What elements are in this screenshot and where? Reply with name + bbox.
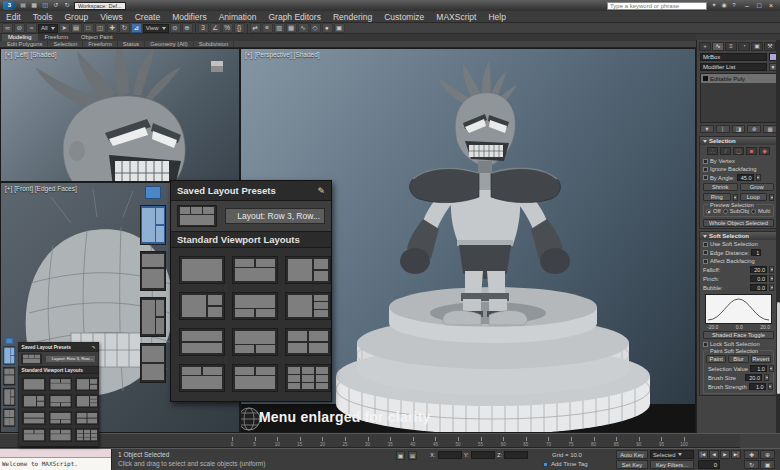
menu-help[interactable]: Help <box>482 11 511 23</box>
layout-thumbnail-one-top-two-bottom[interactable] <box>49 412 72 425</box>
layout-thumbnail-one-left-two-right[interactable] <box>76 378 99 391</box>
auto-key-button[interactable]: Auto Key <box>616 450 648 459</box>
infocenter-search-input[interactable] <box>607 2 707 10</box>
go-to-start-button[interactable]: |◀ <box>698 450 708 459</box>
object-name-field[interactable]: MrBox <box>700 53 767 61</box>
workspace-dropdown[interactable]: Workspace: Def... <box>74 2 126 10</box>
loop-spinner[interactable] <box>769 194 774 201</box>
layout-thumbnail-grid9[interactable] <box>76 428 99 441</box>
angle-value-field[interactable]: 45.0 <box>737 174 754 181</box>
x-coordinate-field[interactable] <box>438 451 462 459</box>
layout-thumbnail-grid4[interactable] <box>140 343 166 383</box>
make-unique-icon[interactable]: ◨ <box>732 125 746 133</box>
paint-button[interactable]: Paint <box>706 355 726 363</box>
layout-thumbnail-two-top-one-bottom[interactable] <box>3 367 15 385</box>
edit-presets-pencil-icon[interactable]: ✎ <box>92 345 96 350</box>
menu-group[interactable]: Group <box>59 11 95 23</box>
selection-value-spinner[interactable] <box>769 365 774 372</box>
menu-edit[interactable]: Edit <box>0 11 27 23</box>
unlink-selection-icon[interactable]: ⊘ <box>14 23 25 33</box>
menu-animation[interactable]: Animation <box>213 11 263 23</box>
revert-button[interactable]: Revert <box>751 355 771 363</box>
saved-preset-row[interactable]: Layout: Row 3, Row... <box>19 352 99 366</box>
select-and-link-icon[interactable]: ∞ <box>2 23 13 33</box>
ring-spinner[interactable] <box>733 194 738 201</box>
viewport-front-label[interactable]: [+] [Front] [Edged Faces] <box>5 185 77 192</box>
blur-button[interactable]: Blur <box>728 355 748 363</box>
bind-to-space-warp-icon[interactable]: ≈ <box>26 23 37 33</box>
snaps-toggle-icon[interactable]: 3 <box>198 23 209 33</box>
menu-rendering[interactable]: Rendering <box>327 11 378 23</box>
modifier-list-dropdown[interactable]: Modifier List <box>700 63 767 71</box>
command-panel-scrollbar[interactable] <box>776 40 780 433</box>
menu-modifiers[interactable]: Modifiers <box>166 11 212 23</box>
angle-spinner[interactable] <box>756 174 761 181</box>
brush-strength-spinner[interactable] <box>768 383 773 390</box>
layout-thumbnail-one-left-two-right[interactable] <box>285 256 331 284</box>
layout-thumbnail-two-h[interactable] <box>23 412 46 425</box>
use-pivot-center-icon[interactable]: ⊙ <box>170 23 181 33</box>
polygon-mode-icon[interactable]: ■ <box>746 147 757 155</box>
layout-thumbnail-two-top-one-bottom[interactable] <box>49 428 72 441</box>
layout-thumbnail-one-left-two-right[interactable] <box>140 205 166 245</box>
lock-soft-selection-checkbox[interactable] <box>703 342 708 347</box>
schematic-view-icon[interactable]: ◇ <box>310 23 321 33</box>
show-end-result-icon[interactable]: ∣ <box>716 125 730 133</box>
layout-thumbnail-grid4[interactable] <box>3 409 15 427</box>
named-selection-sets-icon[interactable]: {} <box>234 23 245 33</box>
listener-macro-row[interactable] <box>0 449 111 458</box>
layout-thumbnail-grid4[interactable] <box>285 328 331 356</box>
grow-button[interactable]: Grow <box>740 183 775 191</box>
pin-stack-icon[interactable]: ▼ <box>700 125 714 133</box>
save-file-icon[interactable]: ◫ <box>40 1 50 10</box>
layout-thumbnail-two-h[interactable] <box>179 328 225 356</box>
select-object-icon[interactable]: ➤ <box>59 23 70 33</box>
menu-graph-editors[interactable]: Graph Editors <box>262 11 326 23</box>
layout-thumbnail-two-top-one-bottom[interactable] <box>232 364 278 392</box>
layout-thumbnail-one-left-three-right[interactable] <box>285 292 331 320</box>
new-scene-icon[interactable]: ▤ <box>18 1 28 10</box>
layout-thumbnail-one-top-two-bottom[interactable] <box>49 395 72 408</box>
layout-thumbnail-one-left-two-right[interactable] <box>179 292 225 320</box>
layout-thumbnail-one-left-two-right[interactable] <box>3 388 15 406</box>
angle-snap-icon[interactable]: ∠ <box>210 23 221 33</box>
viewport-layout-active-tab[interactable] <box>145 186 161 199</box>
pan-view-ic[interactable]: ✚ <box>744 450 759 459</box>
scrollbar-thumb[interactable] <box>777 302 780 394</box>
ignore-backfacing-checkbox[interactable] <box>703 167 708 172</box>
menu-create[interactable]: Create <box>129 11 167 23</box>
viewport-left-label[interactable]: [+] [Left] [Shaded] <box>5 51 57 58</box>
viewport-layout-active-tab[interactable] <box>6 338 13 344</box>
edit-presets-pencil-icon[interactable]: ✎ <box>317 186 325 196</box>
ribbon-tab-object-paint[interactable]: Object Paint <box>75 34 119 41</box>
layout-thumbnail-grid9[interactable] <box>285 364 331 392</box>
create-tab-icon[interactable]: + <box>699 42 711 51</box>
preview-off-radio[interactable] <box>706 209 711 214</box>
configure-modifier-sets-icon[interactable]: ▦ <box>763 125 777 133</box>
ring-button[interactable]: Ring <box>703 193 731 201</box>
layout-thumbnail-single[interactable] <box>179 256 225 284</box>
layout-thumbnail-single[interactable] <box>23 378 46 391</box>
bubble-spinner[interactable] <box>769 284 774 291</box>
sign-in-icon[interactable]: ◉ <box>719 1 729 10</box>
window-crossing-toggle-icon[interactable]: ◫ <box>95 23 106 33</box>
by-vertex-checkbox[interactable] <box>703 159 708 164</box>
edge-distance-checkbox[interactable] <box>703 250 708 255</box>
minimize-button[interactable]: – <box>741 1 753 10</box>
play-button[interactable]: ▶ <box>720 450 730 459</box>
edge-mode-icon[interactable]: / <box>720 147 731 155</box>
viewcube-front-face[interactable] <box>211 66 223 72</box>
menu-customize[interactable]: Customize <box>378 11 430 23</box>
viewport-perspective-label[interactable]: [+] [Perspective] [Shaded] <box>245 51 320 58</box>
listener-output-row[interactable]: Welcome to MAXScript. <box>0 458 111 470</box>
layout-thumbnail-two-top-one-bottom[interactable] <box>23 428 46 441</box>
add-time-tag-button[interactable]: Add Time Tag <box>551 461 588 467</box>
soft-selection-rollout-header[interactable]: Soft Selection <box>700 232 777 240</box>
select-and-scale-icon[interactable]: ⊿ <box>131 23 142 33</box>
layout-thumbnail-three-top-one-bottom[interactable] <box>22 354 42 364</box>
isolate-selection-toggle-icon[interactable]: ▣ <box>396 451 405 460</box>
loop-button[interactable]: Loop <box>740 193 768 201</box>
go-to-end-button[interactable]: ▶| <box>731 450 741 459</box>
orbit-view-icon[interactable]: ↻ <box>744 460 759 469</box>
viewcube[interactable] <box>209 61 225 73</box>
